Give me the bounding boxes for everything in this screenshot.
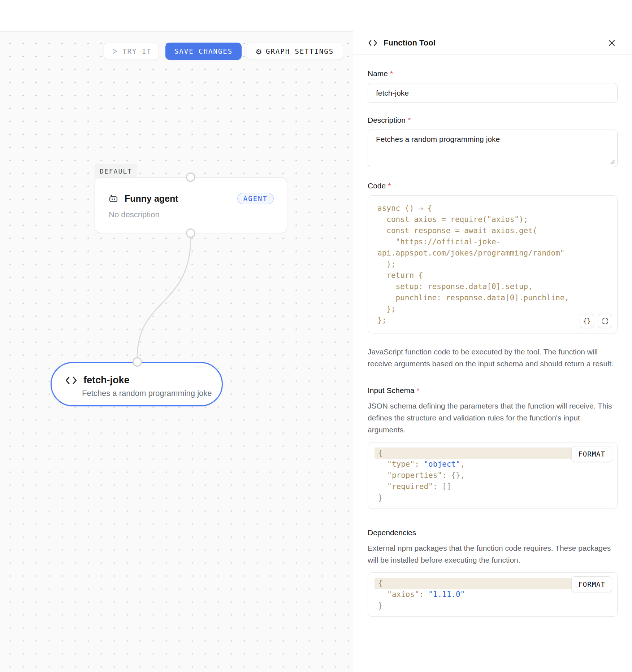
code-label: Code* xyxy=(368,182,618,190)
input-schema-help-text: JSON schema defining the parameters that… xyxy=(368,400,618,436)
code-lines: async () ⇒ { const axios = require("axio… xyxy=(377,203,608,326)
format-dependencies-button[interactable]: FORMAT xyxy=(571,576,612,592)
try-it-label: TRY IT xyxy=(122,47,152,55)
graph-canvas[interactable]: TRY IT SAVE CHANGES ⚙ GRAPH SETTINGS DEF… xyxy=(0,31,353,672)
close-icon xyxy=(607,39,616,47)
tool-node-title: fetch-joke xyxy=(83,375,130,386)
description-textarea[interactable]: Fetches a random programming joke xyxy=(368,130,618,167)
required-asterisk: * xyxy=(417,386,420,394)
group-tab-label: DEFAULT xyxy=(100,167,132,175)
tool-node-description: Fetches a random programming joke xyxy=(52,386,222,398)
expand-editor-button[interactable] xyxy=(598,314,612,328)
play-icon xyxy=(111,48,118,55)
code-editor[interactable]: async () ⇒ { const axios = require("axio… xyxy=(368,195,618,333)
format-input-schema-button[interactable]: FORMAT xyxy=(571,446,612,462)
close-panel-button[interactable] xyxy=(605,36,618,49)
save-changes-label: SAVE CHANGES xyxy=(174,47,233,55)
required-asterisk: * xyxy=(390,69,393,78)
dependencies-editor[interactable]: { "axios": "1.11.0"} FORMAT xyxy=(368,572,618,617)
tool-top-port[interactable] xyxy=(133,357,142,367)
edge-layer xyxy=(0,32,353,672)
dependencies-label: Dependencies xyxy=(368,528,618,537)
robot-icon xyxy=(108,193,119,204)
dependencies-help-text: External npm packages that the function … xyxy=(368,542,618,566)
input-schema-editor[interactable]: { "type": "object", "properties": {}, "r… xyxy=(368,442,618,509)
panel-title: Function Tool xyxy=(384,38,436,48)
code-icon xyxy=(65,375,78,385)
required-asterisk: * xyxy=(408,116,411,124)
braces-icon: {} xyxy=(583,317,591,325)
edge-agent-to-tool[interactable] xyxy=(137,238,191,357)
format-braces-button[interactable]: {} xyxy=(580,314,594,328)
name-input[interactable] xyxy=(368,83,618,103)
agent-node-title: Funny agent xyxy=(125,193,231,204)
app-top-strip xyxy=(0,0,632,31)
code-help-text: JavaScript function code to be executed … xyxy=(368,346,618,370)
graph-settings-button[interactable]: ⚙ GRAPH SETTINGS xyxy=(247,43,343,60)
save-changes-button[interactable]: SAVE CHANGES xyxy=(165,43,242,60)
name-label: Name* xyxy=(368,69,618,78)
agent-bottom-port[interactable] xyxy=(186,228,195,238)
agent-type-badge: AGENT xyxy=(237,193,274,204)
agent-top-port[interactable] xyxy=(186,173,195,182)
description-label: Description* xyxy=(368,116,618,125)
try-it-button[interactable]: TRY IT xyxy=(104,43,159,60)
agent-node-description: No description xyxy=(95,204,287,219)
expand-icon xyxy=(602,318,609,324)
panel-header: Function Tool xyxy=(353,31,632,55)
node-funny-agent[interactable]: Funny agent AGENT No description xyxy=(95,177,287,233)
input-schema-label: Input Schema* xyxy=(368,386,618,395)
group-tab-default[interactable]: DEFAULT xyxy=(95,164,137,178)
required-asterisk: * xyxy=(388,182,391,190)
code-icon xyxy=(368,39,378,47)
gear-icon: ⚙ xyxy=(256,47,261,56)
function-tool-panel: Function Tool Name* Description* Fetches… xyxy=(353,31,632,672)
node-fetch-joke[interactable]: fetch-joke Fetches a random programming … xyxy=(51,362,223,406)
graph-settings-label: GRAPH SETTINGS xyxy=(266,47,334,55)
